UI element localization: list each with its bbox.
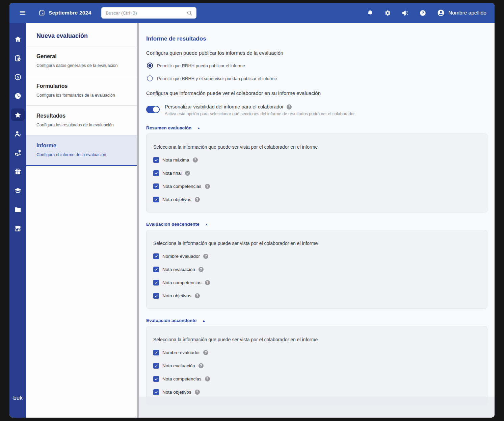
- check-row-nota-competencias: Nota competencias?: [153, 376, 480, 382]
- nav-item-description: Configura los formularios de la evaluaci…: [36, 93, 129, 98]
- checkbox-nombre-evaluador[interactable]: [153, 350, 159, 355]
- search-placeholder: Buscar (Ctrl+B): [106, 10, 186, 16]
- checkbox-label: Nota evaluación: [162, 363, 195, 368]
- visibility-question: Configura que información puede ver el c…: [146, 90, 487, 96]
- nav-item-formularios[interactable]: FormulariosConfigura los formularios de …: [26, 76, 137, 105]
- user-menu[interactable]: Nombre apellido: [437, 9, 486, 17]
- sidebar-item-gift[interactable]: [11, 165, 25, 178]
- star-icon: [14, 111, 22, 119]
- nav-item-general[interactable]: GeneralConfigura datos generales de la e…: [26, 46, 137, 76]
- publish-question: Configura quien puede publicar los infor…: [146, 50, 487, 56]
- checkbox-nota-competencias[interactable]: [153, 280, 159, 286]
- checkbox-nota-competencias[interactable]: [153, 183, 159, 189]
- help-icon[interactable]: ?: [185, 171, 190, 176]
- toggle-label: Personalizar visibilidad del informe par…: [165, 104, 284, 109]
- card-intro: Selecciona la información que puede ser …: [153, 144, 480, 150]
- checkbox-label: Nota competencias: [162, 376, 202, 381]
- checkbox-nombre-evaluador[interactable]: [153, 253, 159, 259]
- sidebar-item-storefront[interactable]: [11, 222, 25, 234]
- sidebar-item-star[interactable]: [11, 108, 25, 121]
- help-icon[interactable]: ?: [205, 376, 210, 381]
- nav-item-informe[interactable]: InformeConfigura el informe de la evalua…: [26, 135, 137, 166]
- section-title: Evaluación descendente: [146, 222, 200, 227]
- check-row-nota-evaluacion: Nota evaluación?: [153, 363, 480, 369]
- sidebar-item-clock[interactable]: [11, 90, 25, 102]
- nav-item-label: Resultados: [36, 113, 129, 119]
- help-icon[interactable]: ?: [203, 254, 208, 259]
- checkbox-label: Nota competencias: [162, 184, 202, 189]
- section-heading: Informe de resultados: [146, 35, 487, 42]
- sidebar-item-clipboard-clock[interactable]: [11, 52, 25, 64]
- visibility-toggle[interactable]: [146, 106, 160, 113]
- main-column: Informe de resultados Configura quien pu…: [139, 23, 495, 418]
- radio-selected[interactable]: [147, 63, 153, 69]
- help-icon[interactable]: ?: [198, 363, 204, 368]
- check-row-nota-competencias: Nota competencias?: [153, 280, 480, 286]
- collapse-caret-icon[interactable]: ▲: [205, 223, 208, 226]
- nav-item-label: General: [36, 53, 129, 59]
- sidebar-item-hand-heart[interactable]: [11, 146, 25, 159]
- bell-icon[interactable]: [367, 9, 374, 17]
- checkbox-nota-objetivos[interactable]: [153, 293, 159, 299]
- help-icon[interactable]: ?: [195, 390, 200, 395]
- checkbox-nota-evaluacion[interactable]: [153, 363, 159, 369]
- search-input[interactable]: Buscar (Ctrl+B): [101, 7, 196, 19]
- help-icon[interactable]: ?: [195, 293, 200, 298]
- checkbox-label: Nota máxima: [162, 157, 189, 163]
- sidebar-item-dollar-coin[interactable]: $: [11, 71, 25, 83]
- help-icon[interactable]: ?: [195, 197, 200, 202]
- checkbox-nota-competencias[interactable]: [153, 376, 159, 382]
- checkbox-nota-objetivos[interactable]: [153, 389, 159, 395]
- checkbox-label: Nota objetivos: [162, 390, 191, 395]
- clipboard-clock-icon: [14, 54, 22, 62]
- help-icon[interactable]: ?: [419, 9, 426, 17]
- section-header-evaluacion-descendente: Evaluación descendente▲: [146, 222, 487, 227]
- radio-option-permitir-que-rrhh-y-el-supervisor-puedan[interactable]: Permitir que RRHH y el supervisor puedan…: [147, 75, 487, 81]
- nav-item-resultados[interactable]: ResultadosConfigura los resultados de la…: [26, 105, 137, 135]
- help-icon[interactable]: ?: [287, 104, 292, 109]
- section-card-resumen-evaluacion: Selecciona la información que puede ser …: [146, 133, 487, 213]
- toggle-label-row: Personalizar visibilidad del informe par…: [165, 104, 355, 109]
- svg-text:?: ?: [422, 11, 424, 15]
- sidebar-item-folder[interactable]: [11, 203, 25, 216]
- checkbox-nota-evaluacion[interactable]: [153, 267, 159, 272]
- checkbox-label: Nombre evaluador: [162, 254, 200, 259]
- gear-icon[interactable]: [384, 9, 391, 17]
- main-content: Informe de resultados Configura quien pu…: [139, 23, 495, 405]
- collapse-caret-icon[interactable]: ▲: [197, 126, 200, 130]
- checkbox-label: Nota competencias: [162, 280, 202, 285]
- sidebar-item-graduation-cap[interactable]: [11, 184, 25, 197]
- home-icon: [14, 35, 22, 43]
- check-row-nota-objetivos: Nota objetivos?: [153, 389, 480, 395]
- app-body: $·buk· Nueva evaluación GeneralConfigura…: [9, 23, 495, 418]
- help-icon[interactable]: ?: [205, 280, 210, 285]
- help-icon[interactable]: ?: [198, 267, 204, 272]
- visibility-toggle-row: Personalizar visibilidad del informe par…: [146, 104, 487, 116]
- sidebar-item-person-check[interactable]: [11, 127, 25, 140]
- section-title: Resumen evaluación: [146, 125, 191, 130]
- checkbox-label: Nombre evaluador: [162, 350, 200, 355]
- period-selector[interactable]: Septiembre 2024: [38, 9, 91, 16]
- radio-label: Permitir que RRHH y el supervisor puedan…: [157, 76, 277, 81]
- radio-option-permitir-que-rrhh-pueda-publicar-el-info[interactable]: Permitir que RRHH pueda publicar el info…: [147, 63, 487, 69]
- checkbox-nota-final[interactable]: [153, 170, 159, 176]
- section-title: Evaluación ascendente: [146, 318, 196, 323]
- hamburger-menu-icon[interactable]: [19, 9, 26, 17]
- help-icon[interactable]: ?: [205, 184, 210, 189]
- collapse-caret-icon[interactable]: ▲: [202, 319, 205, 322]
- checkbox-nota-objetivos[interactable]: [153, 197, 159, 202]
- radio-unselected[interactable]: [147, 75, 153, 81]
- checkbox-label: Nota objetivos: [162, 197, 191, 202]
- card-intro: Selecciona la información que puede ser …: [153, 241, 480, 246]
- check-row-nota-objetivos: Nota objetivos?: [153, 197, 480, 202]
- publish-radio-group: Permitir que RRHH pueda publicar el info…: [146, 63, 487, 81]
- help-icon[interactable]: ?: [193, 157, 198, 163]
- check-row-nombre-evaluador: Nombre evaluador?: [153, 350, 480, 355]
- buk-logo: ·buk·: [11, 395, 25, 418]
- megaphone-icon[interactable]: [402, 9, 409, 17]
- help-icon[interactable]: ?: [203, 350, 208, 355]
- sidebar-item-home[interactable]: [11, 33, 25, 45]
- checkbox-nota-maxima[interactable]: [153, 157, 159, 163]
- footer-bar: Volver Guardar: [139, 397, 495, 418]
- section-header-resumen-evaluacion: Resumen evaluación▲: [146, 125, 487, 130]
